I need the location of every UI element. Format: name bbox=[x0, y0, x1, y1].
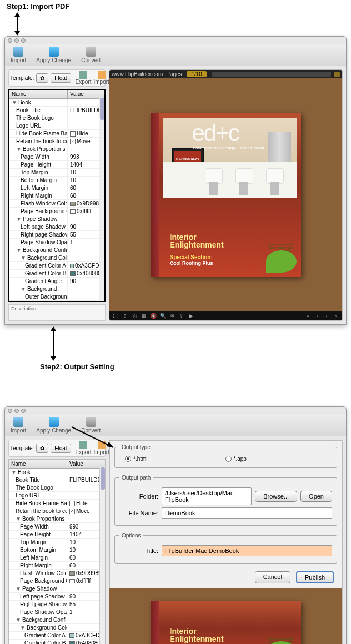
property-row[interactable]: ▼Background Config bbox=[9, 616, 105, 624]
publish-button[interactable]: Publish bbox=[296, 571, 334, 583]
step2-label: Step2: Output Setting bbox=[38, 360, 351, 373]
prev-page-icon[interactable]: ‹ bbox=[314, 313, 320, 319]
title-input[interactable]: FlipBuilder Mac DemoBook bbox=[162, 545, 332, 556]
open-button[interactable]: Open bbox=[300, 491, 332, 502]
property-row[interactable]: ▼Background Color bbox=[9, 254, 104, 262]
convert-button[interactable]: Convert bbox=[81, 47, 101, 63]
property-row[interactable]: Page Background Color0xffffff bbox=[9, 577, 105, 585]
property-row[interactable]: The Book Logo bbox=[9, 484, 105, 492]
autoplay-icon[interactable]: ▶ bbox=[188, 313, 194, 319]
browse-button[interactable]: Browse... bbox=[255, 491, 297, 502]
property-row[interactable]: ▼Book Proportions bbox=[9, 515, 105, 523]
property-row[interactable]: Outer Background File bbox=[9, 293, 104, 301]
close-icon[interactable] bbox=[8, 409, 12, 413]
property-row[interactable]: Page Width993 bbox=[9, 523, 105, 531]
scrollbar[interactable] bbox=[99, 98, 104, 301]
close-icon[interactable] bbox=[8, 38, 12, 43]
minimize-icon[interactable] bbox=[14, 38, 19, 43]
property-row[interactable]: Logo URL bbox=[9, 492, 105, 500]
property-row[interactable]: Right page Shadow55 bbox=[9, 231, 104, 239]
apply-change-button[interactable]: Apply Change bbox=[36, 417, 71, 434]
property-row[interactable]: Left Margin60 bbox=[9, 554, 105, 562]
last-page-icon[interactable]: » bbox=[333, 313, 339, 319]
property-row[interactable]: Top Margin10 bbox=[9, 539, 105, 546]
property-row[interactable]: Bottom Margin10 bbox=[9, 177, 104, 184]
property-row[interactable]: Retain the book to center✓Move bbox=[9, 138, 104, 145]
property-row[interactable]: ▼Background Color bbox=[9, 624, 105, 632]
zoom-icon[interactable] bbox=[21, 409, 26, 413]
preview-stage: BREAKING NEWS ed+c environmental design … bbox=[109, 78, 342, 311]
property-row[interactable]: Gradient Color B0x408080 bbox=[9, 640, 105, 644]
property-row[interactable]: ▼Page Shadow bbox=[9, 215, 104, 223]
share-icon[interactable]: ⇪ bbox=[179, 313, 184, 319]
filename-input[interactable]: DemoBook bbox=[162, 507, 332, 519]
props-body: ▼BookBook TitleFLIPBUILDER...The Book Lo… bbox=[9, 99, 104, 301]
property-row[interactable]: ▼Page Shadow bbox=[9, 585, 105, 593]
import-button[interactable]: Import bbox=[11, 417, 26, 434]
property-row[interactable]: Page Height1404 bbox=[9, 531, 105, 539]
property-row[interactable]: Book TitleFLIPBUILDER... bbox=[9, 476, 105, 484]
property-row[interactable]: ▼Book bbox=[9, 469, 105, 476]
property-row[interactable]: ▼Book bbox=[9, 99, 104, 107]
property-row[interactable]: Page Height1404 bbox=[9, 161, 104, 169]
property-row[interactable]: Page Width993 bbox=[9, 153, 104, 161]
template-gear-button[interactable]: ✿ bbox=[36, 444, 48, 453]
property-row[interactable]: ▼Background Config bbox=[9, 246, 104, 254]
radio-app[interactable]: *.app bbox=[225, 456, 247, 462]
property-row[interactable]: Left page Shadow90 bbox=[9, 593, 105, 601]
sound-icon[interactable]: 🔇 bbox=[151, 313, 156, 319]
template-style-button[interactable]: Float bbox=[51, 444, 71, 453]
property-row[interactable]: ▼Background bbox=[9, 285, 104, 293]
property-row[interactable]: Flash Window Color0x9D9989 bbox=[9, 570, 105, 577]
export-template-button[interactable]: Export bbox=[76, 71, 92, 85]
property-row[interactable]: Hide Book Frame BarHide bbox=[9, 130, 104, 138]
help-icon[interactable]: ? bbox=[122, 313, 128, 319]
property-row[interactable]: Book TitleFLIPBUILDER... bbox=[9, 107, 104, 114]
property-row[interactable]: Gradient Angle90 bbox=[9, 278, 104, 285]
property-row[interactable]: The Book Logo bbox=[9, 114, 104, 122]
import-button[interactable]: Import bbox=[11, 47, 26, 63]
property-row[interactable]: Right Margin60 bbox=[9, 562, 105, 570]
property-row[interactable]: Left page Shadow90 bbox=[9, 223, 104, 231]
property-row[interactable]: Left Margin60 bbox=[9, 184, 104, 192]
property-row[interactable]: Top Margin10 bbox=[9, 169, 104, 177]
folder-input[interactable]: /Users/user/Desktop/Mac FlipBook bbox=[162, 487, 252, 505]
property-row[interactable]: Logo URL bbox=[9, 122, 104, 130]
print-icon[interactable]: ⎙ bbox=[132, 313, 137, 319]
fullscreen-icon[interactable]: ⛶ bbox=[113, 313, 118, 319]
zoom-icon[interactable]: 🔍 bbox=[160, 313, 166, 319]
property-row[interactable]: Right page Shadow55 bbox=[9, 601, 105, 608]
property-row[interactable]: Page Background Color0xffffff bbox=[9, 208, 104, 215]
radio-html[interactable]: *.html bbox=[125, 456, 148, 462]
email-icon[interactable]: ✉ bbox=[169, 313, 175, 319]
book-cover[interactable]: BREAKING NEWS ed+c environmental design … bbox=[151, 113, 301, 277]
property-row[interactable]: Flash Window Color0x9D9989 bbox=[9, 200, 104, 208]
property-row[interactable]: Bottom Margin10 bbox=[9, 546, 105, 554]
zoom-icon[interactable] bbox=[21, 38, 26, 43]
property-row[interactable]: Gradient Color A0xA3CFD1 bbox=[9, 262, 104, 270]
property-row[interactable]: Page Shadow Opacity1 bbox=[9, 239, 104, 246]
search-icon[interactable] bbox=[334, 72, 340, 77]
import-template-button[interactable]: Import bbox=[94, 71, 109, 85]
main-toolbar: Import Apply Change Convert bbox=[5, 44, 346, 66]
first-page-icon[interactable]: « bbox=[305, 313, 310, 319]
left-panel: Template: ✿ Float Export Import Name Val… bbox=[8, 440, 106, 644]
scrollbar[interactable] bbox=[99, 467, 105, 644]
property-row[interactable]: Right Margin60 bbox=[9, 192, 104, 200]
apply-change-button[interactable]: Apply Change bbox=[36, 47, 71, 63]
minimize-icon[interactable] bbox=[14, 409, 19, 413]
thumbnails-icon[interactable]: ▦ bbox=[141, 313, 147, 319]
pages-indicator[interactable]: 1/10 bbox=[187, 71, 206, 77]
cancel-button[interactable]: Cancel bbox=[255, 571, 290, 583]
search-input[interactable] bbox=[212, 72, 331, 77]
property-row[interactable]: Retain the book to center✓Move bbox=[9, 507, 105, 515]
template-gear-button[interactable]: ✿ bbox=[36, 73, 48, 83]
property-row[interactable]: Gradient Color B0x408080 bbox=[9, 270, 104, 278]
property-row[interactable]: ▼Book Proportions bbox=[9, 145, 104, 153]
next-page-icon[interactable]: › bbox=[324, 313, 329, 319]
property-row[interactable]: Gradient Color A0xA3CFD1 bbox=[9, 632, 105, 640]
template-style-button[interactable]: Float bbox=[51, 73, 71, 83]
property-row[interactable]: Page Shadow Opacity1 bbox=[9, 608, 105, 616]
property-row[interactable]: Hide Book Frame BarHide bbox=[9, 500, 105, 507]
book-cover[interactable]: Interior Enlightenment Special Section: … bbox=[151, 601, 301, 644]
